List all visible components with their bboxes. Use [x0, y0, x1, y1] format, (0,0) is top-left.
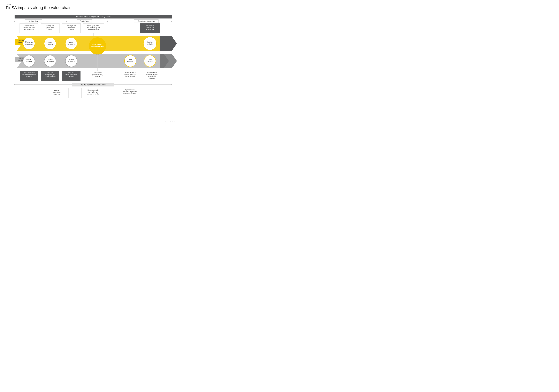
svg-point-45 — [65, 38, 77, 49]
svg-text:update of KID: update of KID — [145, 29, 154, 30]
svg-text:Best execution in: Best execution in — [125, 72, 136, 73]
svg-text:Product: Product — [27, 59, 32, 60]
svg-text:provide advisory: provide advisory — [92, 74, 103, 75]
main-title: FinSA impacts along the value chain — [6, 5, 180, 10]
svg-text:monitoring: monitoring — [147, 43, 153, 45]
phase-onboarding: Onboarding — [29, 20, 38, 22]
svg-text:Advisory: Advisory — [18, 40, 24, 42]
svg-text:universe: universe — [26, 61, 32, 62]
svg-text:Product: Product — [69, 59, 74, 60]
svg-text:Best: Best — [129, 59, 132, 60]
svg-text:process: process — [18, 59, 23, 61]
banner-text: Simplified value chain (Wealth Managemen… — [76, 16, 111, 18]
svg-text:Client: Client — [69, 42, 73, 43]
svg-text:Classify and: Classify and — [46, 25, 54, 27]
svg-point-4 — [107, 21, 108, 22]
svg-text:accountability: accountability — [148, 75, 157, 77]
svg-marker-35 — [160, 36, 177, 51]
svg-text:reporting/prepare: reporting/prepare — [147, 74, 158, 75]
finsa-label: FINSA — [6, 3, 180, 5]
svg-text:experience of staff: experience of staff — [87, 93, 99, 95]
svg-text:profile your: profile your — [47, 27, 54, 28]
svg-text:Product: Product — [148, 41, 153, 43]
main-diagram: Simplified value chain (Wealth Managemen… — [6, 15, 180, 124]
svg-text:Product: Product — [48, 59, 53, 60]
svg-text:to client: to client — [69, 29, 74, 30]
svg-text:disclosures: disclosures — [25, 43, 33, 45]
svg-text:Source: EY Switzerland: Source: EY Switzerland — [165, 121, 179, 123]
svg-text:measures to prevent: measures to prevent — [122, 91, 137, 93]
svg-text:terms of financials,: terms of financials, — [124, 74, 136, 75]
svg-text:product universe: product universe — [45, 76, 56, 77]
svg-point-105 — [14, 84, 15, 85]
svg-text:information: information — [67, 44, 75, 45]
svg-text:appropriate: appropriate — [53, 91, 61, 93]
svg-text:Ensure: Ensure — [54, 90, 59, 91]
svg-text:clients: clients — [48, 29, 52, 30]
svg-text:Rate and: Rate and — [47, 72, 53, 74]
phase-execution: Execution and reporting — [138, 20, 155, 22]
svg-text:process: process — [18, 42, 23, 44]
svg-text:classification: classification — [46, 61, 54, 62]
svg-text:Prepare service: Prepare service — [24, 25, 34, 27]
svg-text:profiling: profiling — [47, 44, 53, 45]
svg-point-5 — [171, 21, 172, 22]
svg-text:Client: Client — [48, 42, 52, 43]
diagram-container: Simplified value chain (Wealth Managemen… — [6, 15, 180, 124]
svg-text:products and: products and — [146, 27, 154, 28]
svg-text:Ongoing organizational require: Ongoing organizational requirements — [80, 84, 106, 85]
svg-text:and KID: and KID — [69, 76, 74, 77]
svg-text:information: information — [67, 61, 75, 62]
svg-marker-55 — [160, 54, 177, 68]
svg-text:obtain prospectus: obtain prospectus — [65, 74, 77, 75]
svg-text:Offering and: Offering and — [25, 41, 33, 43]
svg-text:Client: Client — [148, 59, 152, 60]
svg-text:Match client profile: Match client profile — [87, 24, 100, 26]
svg-text:knowledge and: knowledge and — [88, 91, 98, 93]
svg-text:brochure incl. costs: brochure incl. costs — [23, 27, 35, 28]
svg-text:universe for advisory: universe for advisory — [22, 74, 36, 75]
svg-text:categorize your: categorize your — [45, 74, 55, 75]
svg-point-2 — [14, 21, 15, 22]
svg-point-3 — [66, 21, 67, 22]
svg-text:Monitoring of: Monitoring of — [146, 25, 154, 27]
svg-text:information: information — [67, 27, 75, 28]
svg-text:Organizational: Organizational — [125, 89, 134, 91]
svg-text:reporting: reporting — [147, 61, 153, 62]
svg-text:with product risk and: with product risk and — [87, 26, 100, 28]
svg-text:Prepare and: Prepare and — [93, 72, 102, 74]
svg-text:statement: statement — [149, 77, 155, 79]
svg-text:conflicts of interest: conflicts of interest — [123, 93, 136, 94]
svg-text:Enhance client: Enhance client — [147, 72, 157, 73]
svg-text:execution: execution — [127, 61, 133, 62]
svg-text:and disclosures: and disclosures — [24, 29, 34, 30]
phase-point-of-sale: Point of sale — [80, 20, 89, 22]
svg-text:organization: organization — [53, 93, 61, 95]
svg-point-42 — [44, 38, 56, 49]
svg-text:Prepare/: Prepare/ — [68, 72, 74, 74]
svg-point-106 — [171, 84, 172, 85]
svg-text:Provide product: Provide product — [66, 25, 76, 27]
svg-text:minutes: minutes — [95, 76, 100, 77]
svg-text:Product: Product — [18, 57, 23, 59]
svg-text:Necessary skills,: Necessary skills, — [87, 89, 99, 91]
svg-text:provide warnings: provide warnings — [88, 28, 99, 30]
svg-text:appropriateness: appropriateness — [91, 46, 104, 47]
svg-text:time and quality: time and quality — [125, 75, 135, 77]
svg-text:Define the product: Define the product — [23, 72, 35, 74]
svg-text:Suitability and: Suitability and — [92, 44, 103, 45]
svg-text:services: services — [26, 76, 32, 77]
